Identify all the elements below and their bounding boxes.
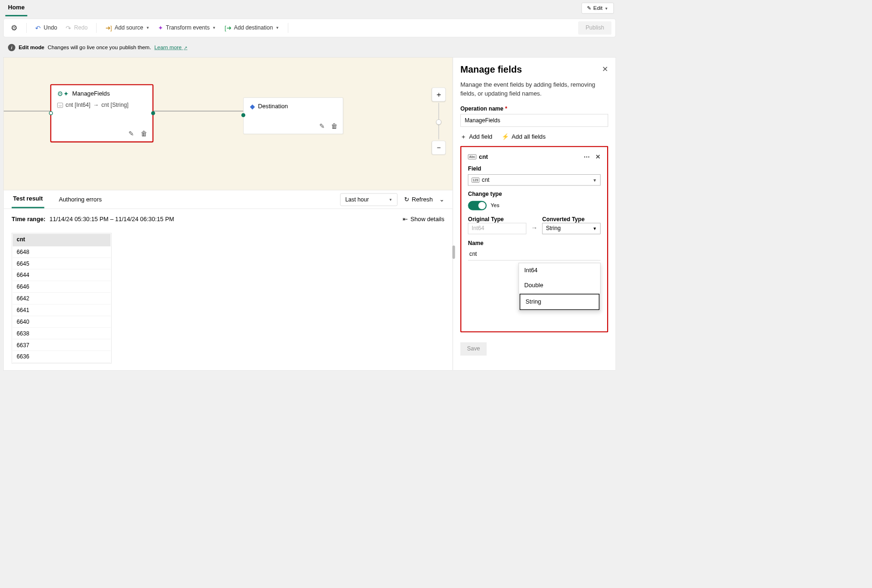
operation-name-input[interactable] [460,114,608,127]
refresh-button[interactable]: ↻ Refresh [404,196,433,203]
arrow-icon: → [531,224,537,234]
plus-icon: ＋ [460,133,466,141]
tab-home[interactable]: Home [5,0,27,16]
save-button[interactable]: Save [460,342,487,356]
table-cell: 6641 [13,305,111,316]
column-header[interactable]: cnt [13,234,111,246]
panel-title: Manage fields [460,64,602,75]
converted-type-select[interactable]: String ▼ [542,223,601,234]
table-row: 6641 [13,305,111,316]
change-type-toggle[interactable] [468,201,487,210]
dropdown-option-double[interactable]: Double [519,278,600,293]
edit-node-button[interactable]: ✎ [127,129,135,138]
chevron-down-icon: ▼ [604,6,608,10]
expand-chevron[interactable]: ⌄ [439,196,444,203]
table-cell: 6637 [13,340,111,351]
output-port[interactable] [151,111,155,115]
table-row: 6640 [13,317,111,327]
table-row: 6642 [13,293,111,304]
chevron-down-icon: ▼ [593,226,597,231]
undo-icon: ↶ [35,24,41,32]
zoom-thumb[interactable] [436,119,441,125]
type-123-icon: 123 [472,178,479,183]
canvas[interactable]: ⚙✦ ManageFields ▭ cnt [Int64] → cnt [Str… [3,57,453,190]
transform-node-icon: ⚙✦ [57,90,69,98]
transform-label: Transform events [166,25,210,31]
toggle-label: Yes [491,202,500,208]
destination-node-icon: ◆ [250,103,255,111]
table-cell: 6638 [13,328,111,339]
table-cell: 6648 [13,247,111,258]
gear-icon: ⚙ [11,23,17,32]
delete-node-button[interactable]: 🗑 [330,122,338,130]
separator [288,23,288,33]
table-row: 6637 [13,340,111,351]
zoom-slider[interactable] [438,103,439,139]
transform-button[interactable]: ✦ Transform events ▼ [155,22,219,34]
node-destination[interactable]: ◆ Destination ✎ 🗑 [243,97,343,134]
edit-button[interactable]: ✎ Edit ▼ [581,3,614,14]
show-details-button[interactable]: ⇤ Show details [403,216,444,223]
table-cell: 6636 [13,351,111,362]
time-range-value: 11/14/24 05:30:15 PM – 11/14/24 06:30:15… [50,216,174,223]
publish-button[interactable]: Publish [578,21,611,34]
input-port[interactable] [49,111,53,115]
settings-button[interactable]: ⚙ [8,22,21,34]
info-icon: i [8,44,15,52]
input-port[interactable] [241,113,246,117]
results-table: cnt 664866456644664666426641664066386637… [12,233,112,364]
more-button[interactable]: ⋯ [584,153,590,161]
undo-button[interactable]: ↶ Undo [32,22,60,34]
zoom-in-button[interactable]: ＋ [432,88,446,102]
table-row: 6648 [13,247,111,258]
tab-authoring-errors[interactable]: Authoring errors [58,191,103,208]
table-row: 6645 [13,259,111,269]
add-all-fields-button[interactable]: ⚡ Add all fields [502,133,546,141]
redo-label: Redo [74,25,88,31]
chevron-down-icon: ▼ [276,26,279,30]
add-dest-label: Add destination [234,25,273,31]
edit-node-button[interactable]: ✎ [317,122,326,130]
separator [96,23,97,33]
redo-icon: ↷ [66,24,71,32]
panel-description: Manage the event fields by adding fields… [460,80,608,98]
field-select[interactable]: 123 cnt ▼ [468,174,601,186]
original-type-label: Original Type [468,216,526,223]
type-abc-icon: Abc [468,154,476,159]
scrollbar[interactable] [452,246,455,259]
show-details-label: Show details [410,216,444,223]
close-card-button[interactable]: ✕ [595,153,601,161]
add-source-button[interactable]: ➜] Add source ▼ [102,22,153,34]
add-source-label: Add source [114,25,143,31]
zoom-out-button[interactable]: － [432,141,446,155]
field-label: Field [468,166,601,172]
dropdown-option-int64[interactable]: Int64 [519,263,600,278]
delete-node-button[interactable]: 🗑 [140,129,148,138]
add-destination-button[interactable]: [➜ Add destination ▼ [221,22,283,34]
name-field-label: Name [468,240,601,247]
add-field-label: Add field [469,133,492,140]
table-cell: 6644 [13,270,111,281]
table-cell: 6640 [13,317,111,327]
edge [4,111,50,111]
add-all-label: Add all fields [511,133,545,140]
redo-button[interactable]: ↷ Redo [62,22,91,34]
close-panel-button[interactable]: ✕ [602,65,608,74]
refresh-icon: ↻ [404,196,409,203]
tab-test-result[interactable]: Test result [12,191,44,208]
field-card-title: cnt [479,153,488,160]
add-field-button[interactable]: ＋ Add field [460,133,492,141]
table-row: 6638 [13,328,111,339]
table-row: 6644 [13,270,111,281]
node-sub-right: cnt [String] [101,102,128,108]
external-link-icon: ↗ [184,45,188,51]
node-title: Destination [258,103,288,110]
node-manage-fields[interactable]: ⚙✦ ManageFields ▭ cnt [Int64] → cnt [Str… [50,84,153,142]
learn-more-link[interactable]: Learn more ↗ [154,45,187,51]
arrow-icon: → [93,102,99,108]
dropdown-option-string[interactable]: String [519,294,599,310]
table-cell: 6642 [13,293,111,304]
details-icon: ⇤ [403,216,408,223]
name-field-input[interactable] [468,248,601,261]
time-range-select[interactable]: Last hour ▼ [340,193,398,206]
